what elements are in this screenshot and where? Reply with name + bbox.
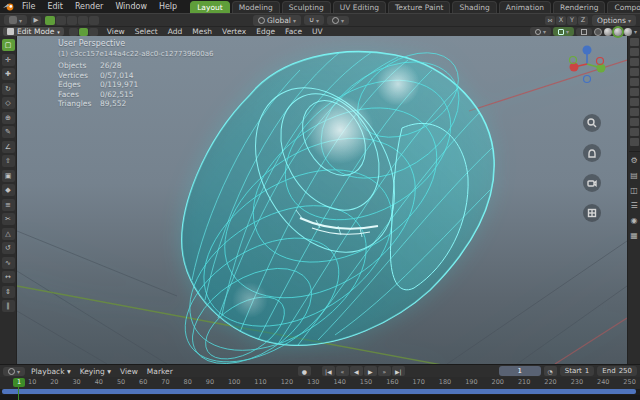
vp-menu-mesh[interactable]: Mesh xyxy=(188,27,216,36)
tab-animation[interactable]: Animation xyxy=(499,1,551,13)
tab-texture-paint[interactable]: Texture Paint xyxy=(388,1,450,13)
timeline-scrollbar[interactable] xyxy=(2,389,636,394)
shading-solid-button[interactable] xyxy=(604,28,612,36)
tl-menu-marker[interactable]: Marker xyxy=(144,367,176,376)
tool-cursor[interactable]: ✛ xyxy=(2,54,15,66)
menu-edit[interactable]: Edit xyxy=(42,1,68,12)
vp-menu-select[interactable]: Select xyxy=(131,27,162,36)
tl-menu-keying[interactable]: Keying ▾ xyxy=(77,367,114,376)
tool-play-toggle[interactable]: ▶ xyxy=(31,16,41,25)
tool-edge-slide[interactable]: ↔ xyxy=(2,271,15,283)
xray-toggle[interactable] xyxy=(576,28,592,36)
tool-extrude[interactable]: ⇧ xyxy=(2,155,15,167)
tool-mode-toggle-3[interactable] xyxy=(67,16,77,25)
tool-mode-toggle-4[interactable] xyxy=(78,16,88,25)
start-frame-field[interactable]: Start 1 xyxy=(560,366,595,376)
mesh-object[interactable] xyxy=(163,36,494,364)
pan-button[interactable] xyxy=(583,144,601,162)
active-tool-button[interactable]: ▾ xyxy=(4,15,27,25)
tool-mode-toggle-5[interactable] xyxy=(89,16,99,25)
mirror-y-button[interactable]: Y xyxy=(567,16,577,25)
prev-keyframe-button[interactable]: « xyxy=(336,366,349,376)
current-frame-indicator[interactable]: 1 xyxy=(13,378,25,387)
tl-menu-view[interactable]: View xyxy=(117,367,141,376)
gizmo-x-neg[interactable] xyxy=(597,58,604,65)
tool-loop-cut[interactable]: ≡ xyxy=(2,199,15,211)
tool-annotate[interactable]: ✎ xyxy=(2,126,15,138)
edge-select-button[interactable] xyxy=(79,28,88,36)
tool-mode-toggle-1[interactable] xyxy=(45,16,55,25)
tab-sculpting[interactable]: Sculpting xyxy=(282,1,331,13)
timeline-ruler[interactable]: 1020304050607080901001101201301401501601… xyxy=(0,377,640,389)
mode-dropdown[interactable]: Edit Mode ▾ xyxy=(3,27,64,36)
end-frame-field[interactable]: End 250 xyxy=(597,366,637,376)
viewport-3d[interactable]: User Perspective (1) c3cc157e144a4c22-a8… xyxy=(17,36,627,364)
tool-measure[interactable]: ∠ xyxy=(2,141,15,153)
panel-icon[interactable] xyxy=(630,128,639,136)
gizmo-z-neg[interactable] xyxy=(584,76,591,83)
blender-logo-icon[interactable] xyxy=(3,2,15,12)
playhead-line[interactable] xyxy=(18,386,19,400)
tab-shading[interactable]: Shading xyxy=(452,1,496,13)
tab-compositing[interactable]: Compositing xyxy=(607,1,640,13)
snap-dropdown[interactable]: ∪▾ xyxy=(304,15,324,25)
panel-icon[interactable] xyxy=(630,88,639,96)
auto-key-button[interactable]: ● xyxy=(298,366,311,376)
menu-render[interactable]: Render xyxy=(70,1,108,12)
panel-icon[interactable] xyxy=(630,98,639,106)
camera-view-button[interactable] xyxy=(583,174,601,192)
shading-rendered-button[interactable] xyxy=(624,28,632,36)
mirror-x-button[interactable]: X xyxy=(556,16,566,25)
tool-scale[interactable]: ◇ xyxy=(2,97,15,109)
play-reverse-button[interactable]: ◀ xyxy=(350,366,363,376)
tool-spin[interactable]: ↺ xyxy=(2,242,15,254)
play-button[interactable]: ▶ xyxy=(364,366,377,376)
vp-menu-face[interactable]: Face xyxy=(281,27,306,36)
panel-icon[interactable] xyxy=(630,108,639,116)
zoom-button[interactable] xyxy=(583,114,601,132)
options-dropdown[interactable]: Options▾ xyxy=(592,15,636,26)
properties-tab-view-layer[interactable]: ☰ xyxy=(629,200,640,211)
menu-help[interactable]: Help xyxy=(154,1,182,12)
gizmo-z-axis[interactable] xyxy=(583,46,592,55)
panel-icon[interactable] xyxy=(630,78,639,86)
face-select-button[interactable] xyxy=(89,28,98,36)
tool-move[interactable]: ✚ xyxy=(2,68,15,80)
overlays-dropdown[interactable]: ▾ xyxy=(553,27,574,36)
properties-tab-output[interactable]: ◫ xyxy=(629,185,640,196)
tool-shear[interactable]: ∥ xyxy=(2,300,15,312)
panel-icon[interactable] xyxy=(630,48,639,56)
tool-mode-toggle-2[interactable] xyxy=(56,16,66,25)
perspective-toggle-button[interactable] xyxy=(583,204,601,222)
shading-wireframe-button[interactable] xyxy=(594,28,602,36)
properties-tab-tool[interactable]: ⚙ xyxy=(629,155,640,166)
menu-window[interactable]: Window xyxy=(110,1,152,12)
tab-modeling[interactable]: Modeling xyxy=(232,1,280,13)
shading-material-button[interactable] xyxy=(614,28,622,36)
navigation-gizmo[interactable] xyxy=(565,42,609,86)
properties-tab-scene[interactable]: ◉ xyxy=(629,215,640,226)
editor-type-dropdown[interactable]: ▾ xyxy=(3,367,25,376)
tool-knife[interactable]: ✂ xyxy=(2,213,15,225)
tab-uv-editing[interactable]: UV Editing xyxy=(333,1,386,13)
tool-bevel[interactable]: ◆ xyxy=(2,184,15,196)
orientation-dropdown[interactable]: Global▾ xyxy=(253,15,301,26)
tool-select-box[interactable]: ▢ xyxy=(2,39,15,51)
gizmos-dropdown[interactable]: ▾ xyxy=(530,27,551,36)
vp-menu-add[interactable]: Add xyxy=(164,27,187,36)
current-frame-field[interactable]: 1 xyxy=(499,366,541,376)
vp-menu-view[interactable]: View xyxy=(103,27,129,36)
tool-inset[interactable]: ▣ xyxy=(2,170,15,182)
tl-menu-playback[interactable]: Playback ▾ xyxy=(28,367,74,376)
panel-icon[interactable] xyxy=(630,68,639,76)
mirror-z-button[interactable]: Z xyxy=(578,16,588,25)
gizmo-y-neg[interactable] xyxy=(570,57,577,64)
vertex-select-button[interactable] xyxy=(69,28,78,36)
properties-tab-render[interactable]: ▤ xyxy=(629,170,640,181)
jump-to-end-button[interactable]: ▶| xyxy=(392,366,405,376)
tool-smooth[interactable]: ∿ xyxy=(2,257,15,269)
tool-rotate[interactable]: ↻ xyxy=(2,83,15,95)
vp-menu-vertex[interactable]: Vertex xyxy=(218,27,250,36)
properties-tab-world[interactable]: ▦ xyxy=(629,230,640,241)
vp-menu-uv[interactable]: UV xyxy=(308,27,327,36)
